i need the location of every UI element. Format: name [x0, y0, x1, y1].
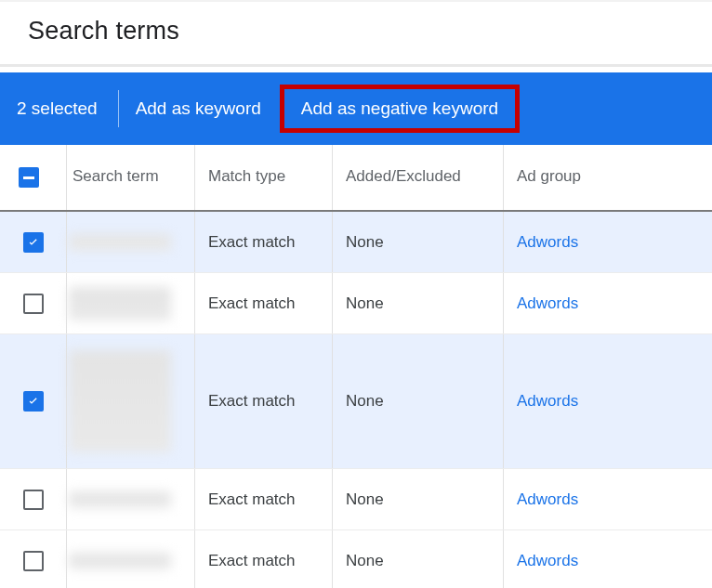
- ad-group-cell: Adwords: [504, 212, 708, 272]
- row-checkbox-cell: [0, 334, 67, 468]
- indeterminate-icon: [23, 176, 34, 179]
- ad-group-cell: Adwords: [504, 334, 708, 468]
- row-checkbox[interactable]: [23, 232, 44, 253]
- added-excluded-cell: None: [333, 273, 504, 333]
- row-checkbox[interactable]: [23, 490, 44, 510]
- table-header-row: Search term Match type Added/Excluded Ad…: [0, 145, 712, 212]
- ad-group-link[interactable]: Adwords: [517, 294, 578, 313]
- select-all-checkbox[interactable]: [19, 167, 39, 188]
- search-term-cell: [67, 273, 195, 333]
- table-row: Exact matchNoneAdwords: [0, 469, 712, 530]
- selection-action-bar: 2 selected Add as keyword Add as negativ…: [0, 72, 712, 145]
- row-checkbox-cell: [0, 469, 67, 529]
- ad-group-cell: Adwords: [504, 469, 708, 529]
- table-row: Exact matchNoneAdwords: [0, 212, 712, 273]
- header-added-excluded[interactable]: Added/Excluded: [333, 145, 504, 210]
- check-icon: [26, 394, 41, 409]
- table-row: Exact matchNoneAdwords: [0, 334, 712, 469]
- redacted-term: [69, 350, 171, 452]
- match-type-cell: Exact match: [195, 212, 333, 272]
- ad-group-link[interactable]: Adwords: [517, 392, 578, 411]
- table-body: Exact matchNoneAdwordsExact matchNoneAdw…: [0, 212, 712, 588]
- add-as-keyword-button[interactable]: Add as keyword: [119, 72, 278, 145]
- added-excluded-cell: None: [333, 469, 504, 529]
- added-excluded-cell: None: [333, 530, 504, 588]
- selected-count: 2 selected: [0, 98, 118, 119]
- search-term-cell: [67, 334, 195, 468]
- header-checkbox-cell: [0, 145, 67, 210]
- table-row: Exact matchNoneAdwords: [0, 273, 712, 334]
- search-terms-table: Search term Match type Added/Excluded Ad…: [0, 145, 712, 588]
- header-ad-group[interactable]: Ad group: [504, 145, 708, 210]
- redacted-term: [69, 287, 171, 320]
- redacted-term: [69, 234, 171, 251]
- row-checkbox-cell: [0, 273, 67, 333]
- row-checkbox[interactable]: [23, 551, 44, 571]
- add-as-negative-keyword-button[interactable]: Add as negative keyword: [280, 85, 520, 133]
- match-type-cell: Exact match: [195, 334, 333, 468]
- redacted-term: [69, 553, 171, 569]
- match-type-cell: Exact match: [195, 273, 333, 333]
- page-title: Search terms: [0, 2, 712, 64]
- check-icon: [26, 235, 41, 250]
- ad-group-cell: Adwords: [504, 530, 708, 588]
- ad-group-cell: Adwords: [504, 273, 708, 333]
- added-excluded-cell: None: [333, 334, 504, 468]
- added-excluded-cell: None: [333, 212, 504, 272]
- table-row: Exact matchNoneAdwords: [0, 530, 712, 588]
- ad-group-link[interactable]: Adwords: [517, 490, 578, 509]
- header-search-term[interactable]: Search term: [67, 145, 195, 210]
- header-match-type[interactable]: Match type: [195, 145, 333, 210]
- ad-group-link[interactable]: Adwords: [517, 552, 578, 570]
- row-checkbox-cell: [0, 212, 67, 272]
- row-checkbox[interactable]: [23, 294, 44, 314]
- redacted-term: [69, 491, 171, 508]
- search-term-cell: [67, 530, 195, 588]
- title-underline: [0, 64, 712, 67]
- row-checkbox-cell: [0, 530, 67, 588]
- ad-group-link[interactable]: Adwords: [517, 233, 578, 252]
- match-type-cell: Exact match: [195, 469, 333, 529]
- row-checkbox[interactable]: [23, 391, 44, 412]
- search-term-cell: [67, 212, 195, 272]
- search-term-cell: [67, 469, 195, 529]
- match-type-cell: Exact match: [195, 530, 333, 588]
